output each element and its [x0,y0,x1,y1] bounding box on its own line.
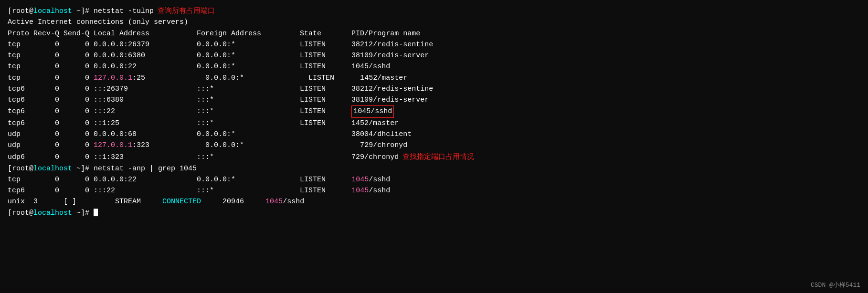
terminal-line-row5: tcp6 0 0 :::26379 :::* LISTEN 38212/redi… [8,84,860,94]
terminal-line-row13: tcp6 0 0 :::22 :::* LISTEN 1045/sshd [8,185,860,196]
terminal-line-row2: tcp 0 0 0.0.0.0:6380 0.0.0.0:* LISTEN 38… [8,50,860,61]
terminal-line-row10: udp 0 0 127.0.0.1:323 0.0.0.0:* 729/chro… [8,140,860,151]
terminal-line-row3: tcp 0 0 0.0.0.0:22 0.0.0.0:* LISTEN 1045… [8,61,860,72]
terminal-line-row12: tcp 0 0 0.0.0.0:22 0.0.0.0:* LISTEN 1045… [8,174,860,185]
terminal-line-header: Proto Recv-Q Send-Q Local Address Foreig… [8,28,860,39]
terminal-line-row4: tcp 0 0 127.0.0.1:25 0.0.0.0:* LISTEN 14… [8,73,860,84]
terminal-line-line2: Active Internet connections (only server… [8,17,860,28]
terminal-line-cmd1: [root@localhost ~]# netstat -tulnp 查询所有占… [8,5,860,17]
terminal-line-row9: udp 0 0 0.0.0.0:68 0.0.0.0:* 38004/dhcli… [8,129,860,140]
terminal-line-row8: tcp6 0 0 ::1:25 :::* LISTEN 1452/master [8,118,860,129]
terminal-line-row14: unix 3 [ ] STREAM CONNECTED 20946 1045/s… [8,196,860,207]
terminal-line-row7: tcp6 0 0 :::22 :::* LISTEN 1045/sshd [8,105,860,117]
terminal: [root@localhost ~]# netstat -tulnp 查询所有占… [0,0,868,293]
watermark: CSDN @小样5411 [811,281,860,289]
terminal-line-cmd2: [root@localhost ~]# netstat -anp | grep … [8,163,860,174]
terminal-line-row1: tcp 0 0 0.0.0.0:26379 0.0.0.0:* LISTEN 3… [8,39,860,50]
terminal-line-cmd3: [root@localhost ~]# █ [8,208,860,219]
terminal-line-row6: tcp6 0 0 :::6380 :::* LISTEN 38109/redis… [8,94,860,105]
terminal-line-row11: udp6 0 0 ::1:323 :::* 729/chronyd 查找指定端口… [8,151,860,163]
